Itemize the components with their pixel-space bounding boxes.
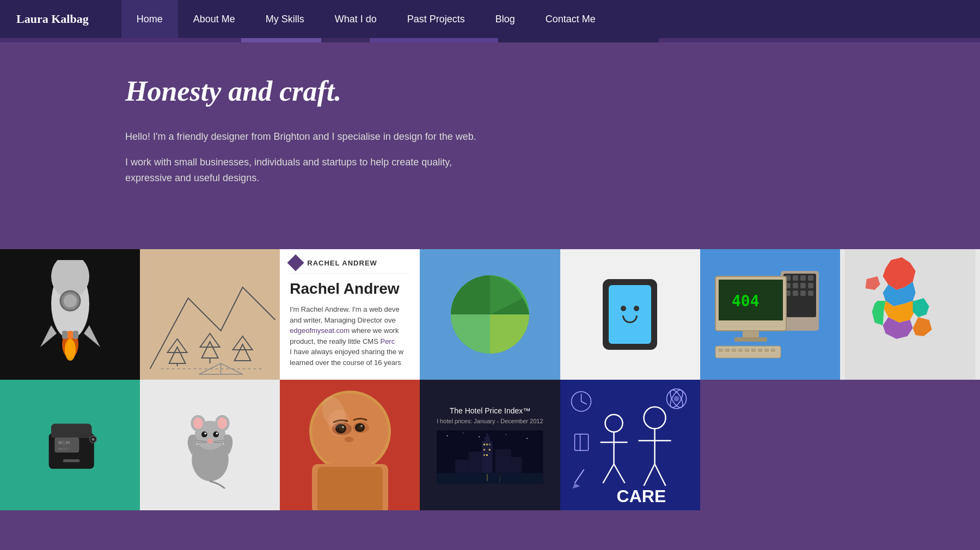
svg-rect-104 bbox=[489, 443, 491, 445]
svg-rect-40 bbox=[743, 331, 759, 337]
portfolio-item-rachel[interactable]: RACHEL ANDREW Rachel Andrew I'm Rachel A… bbox=[280, 249, 420, 380]
svg-point-98 bbox=[526, 437, 528, 438]
svg-rect-106 bbox=[489, 449, 491, 450]
nav-item-skills[interactable]: My Skills bbox=[250, 0, 320, 38]
rachel-header-label: RACHEL ANDREW bbox=[307, 259, 377, 267]
portfolio-item-care[interactable]: CARE bbox=[560, 380, 700, 510]
rachel-name: Rachel Andrew bbox=[290, 280, 410, 298]
svg-point-96 bbox=[479, 436, 480, 437]
svg-point-88 bbox=[360, 425, 363, 427]
svg-rect-35 bbox=[800, 291, 806, 296]
portfolio-item-mouse[interactable] bbox=[140, 380, 280, 510]
uk-map-icon bbox=[840, 249, 980, 380]
rachel-text2: and writer, Managing Director ove bbox=[290, 316, 395, 324]
svg-rect-50 bbox=[764, 349, 769, 352]
svg-rect-28 bbox=[808, 275, 813, 281]
svg-point-69 bbox=[213, 431, 219, 437]
smiley-mouth bbox=[622, 316, 638, 323]
svg-rect-34 bbox=[793, 291, 798, 296]
rachel-header: RACHEL ANDREW bbox=[290, 257, 410, 274]
rachel-text4: product, the really little CMS bbox=[290, 337, 380, 345]
hero-section: Honesty and craft. Hello! I'm a friendly… bbox=[0, 42, 980, 249]
svg-rect-109 bbox=[469, 452, 482, 473]
nav-item-home[interactable]: Home bbox=[121, 0, 178, 38]
smiley-left-eye bbox=[621, 306, 626, 311]
svg-rect-8 bbox=[62, 331, 68, 339]
svg-rect-41 bbox=[734, 337, 767, 342]
rachel-text1: I'm Rachel Andrew. I'm a web deve bbox=[290, 305, 400, 313]
rachel-bio: I'm Rachel Andrew. I'm a web deve and wr… bbox=[290, 304, 410, 368]
rachel-text6: learned over the course of 16 years bbox=[290, 359, 401, 367]
svg-rect-112 bbox=[455, 459, 468, 472]
svg-point-87 bbox=[342, 426, 344, 428]
svg-rect-99 bbox=[482, 441, 493, 473]
portfolio-item-tablet[interactable] bbox=[560, 249, 700, 380]
svg-text:404: 404 bbox=[732, 292, 759, 310]
nav-link-skills[interactable]: My Skills bbox=[250, 0, 320, 38]
portfolio-item-hotel[interactable]: The Hotel Price Index™ l hotel prices: J… bbox=[420, 380, 560, 510]
svg-point-71 bbox=[216, 432, 218, 435]
portfolio-item-mountain[interactable] bbox=[140, 249, 280, 380]
hero-para1: Hello! I'm a friendly designer from Brig… bbox=[125, 129, 479, 145]
rachel-diamond-icon bbox=[287, 254, 304, 271]
portfolio-item-404[interactable]: 404 bbox=[700, 249, 840, 380]
nav-item-blog[interactable]: Blog bbox=[480, 0, 530, 38]
portfolio-grid: RACHEL ANDREW Rachel Andrew I'm Rachel A… bbox=[0, 249, 980, 510]
svg-point-67 bbox=[217, 417, 227, 429]
svg-point-60 bbox=[91, 438, 94, 441]
svg-rect-51 bbox=[771, 349, 775, 352]
nav-item-contact[interactable]: Contact Me bbox=[530, 0, 611, 38]
nav-link-contact[interactable]: Contact Me bbox=[530, 0, 611, 38]
svg-point-94 bbox=[447, 435, 448, 436]
svg-text:WALLET: WALLET bbox=[58, 447, 69, 450]
nav-item-about[interactable]: About Me bbox=[178, 0, 250, 38]
svg-point-7 bbox=[65, 339, 76, 361]
portfolio-item-pie[interactable] bbox=[420, 249, 560, 380]
wallet-icon: NZ|30 WALLET bbox=[32, 407, 108, 483]
nav-link-home[interactable]: Home bbox=[121, 0, 178, 38]
svg-point-68 bbox=[201, 431, 207, 437]
svg-rect-48 bbox=[751, 349, 756, 352]
portfolio-item-cosmonaut[interactable] bbox=[280, 380, 420, 510]
svg-point-66 bbox=[193, 417, 203, 429]
hotel-cityscape-icon bbox=[437, 430, 543, 484]
nav-link-blog[interactable]: Blog bbox=[480, 0, 530, 38]
nav-item-whatido[interactable]: What I do bbox=[320, 0, 392, 38]
svg-point-97 bbox=[506, 434, 506, 435]
svg-rect-55 bbox=[51, 424, 91, 438]
svg-rect-30 bbox=[793, 283, 798, 288]
nav-link-whatido[interactable]: What I do bbox=[320, 0, 392, 38]
rachel-text5: I have always enjoyed sharing the w bbox=[290, 348, 403, 356]
svg-text:CARE: CARE bbox=[616, 486, 666, 506]
nav-item-projects[interactable]: Past Projects bbox=[392, 0, 480, 38]
svg-marker-4 bbox=[40, 325, 57, 347]
svg-text:NZ|30: NZ|30 bbox=[58, 441, 70, 445]
svg-rect-44 bbox=[725, 349, 730, 352]
mountain-sketch-icon bbox=[140, 249, 280, 380]
svg-point-70 bbox=[204, 432, 206, 435]
nav-link-about[interactable]: About Me bbox=[178, 0, 250, 38]
svg-rect-91 bbox=[317, 467, 383, 510]
nav-link-projects[interactable]: Past Projects bbox=[392, 0, 480, 38]
portfolio-item-rocket[interactable] bbox=[0, 249, 140, 380]
smiley-eyes bbox=[621, 306, 639, 311]
mouse-character-icon bbox=[177, 401, 243, 489]
svg-rect-45 bbox=[732, 349, 736, 352]
svg-point-72 bbox=[207, 438, 213, 443]
portfolio-item-ukmap[interactable] bbox=[840, 249, 980, 380]
svg-rect-43 bbox=[719, 349, 723, 352]
svg-rect-26 bbox=[793, 275, 798, 281]
rocket-icon bbox=[27, 260, 114, 369]
rachel-link1[interactable]: edgeofmyseat.com bbox=[290, 326, 350, 335]
svg-point-3 bbox=[64, 294, 77, 307]
svg-rect-107 bbox=[483, 454, 485, 456]
tablet-screen bbox=[609, 285, 651, 344]
svg-rect-61 bbox=[63, 459, 79, 462]
rachel-link2[interactable]: Perc bbox=[380, 337, 395, 345]
hotel-subtitle: l hotel prices: January - December 2012 bbox=[437, 418, 543, 424]
portfolio-item-wallet[interactable]: NZ|30 WALLET bbox=[0, 380, 140, 510]
smiley-right-eye bbox=[634, 306, 639, 311]
svg-rect-113 bbox=[437, 473, 543, 484]
site-logo[interactable]: Laura Kalbag bbox=[16, 12, 89, 26]
svg-rect-108 bbox=[486, 454, 488, 456]
